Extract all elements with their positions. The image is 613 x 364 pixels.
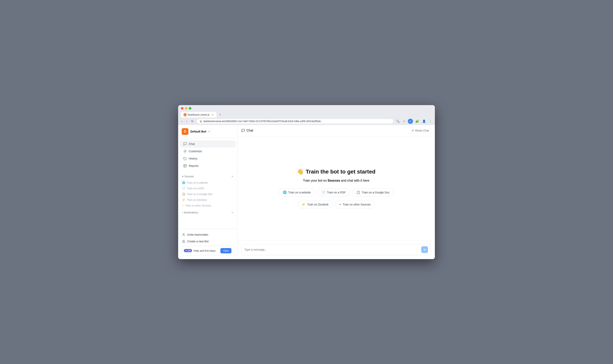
train-pdf-button[interactable]: 📄 Train on a PDF [317,188,350,196]
sidebar-source-other[interactable]: + Train on other Sources [180,203,235,208]
sidebar-source-google-doc[interactable]: 📋 Train on a Google Doc [180,191,235,197]
chat-body: 👋 Train the bot to get started Train you… [237,136,435,241]
address-bar[interactable]: 🔒 dashboard.eesel.ai/v2/bfe2fd39-11a7-4d… [196,119,394,124]
bookmark-button[interactable]: ☆ [402,119,406,124]
svg-rect-5 [182,241,185,243]
customize-icon [183,149,187,153]
help-badge: ✦ 1/4 [184,249,192,252]
destinations-section: › Destinations + [178,209,237,216]
sidebar-nav: Chat Customize History [178,138,237,171]
train-google-doc-button[interactable]: 📋 Train on a Google Doc [352,188,394,196]
bot-name: Default Bot [190,130,206,133]
app-container: D Default Bot ▾ Chat [178,125,435,259]
create-bot-item[interactable]: Create a new Bot [180,238,236,245]
sidebar-source-pdf[interactable]: 📄 Train on a PDF [180,185,235,191]
destinations-add-icon[interactable]: + [231,211,233,214]
sidebar-header: D Default Bot ▾ [178,125,237,138]
welcome-subtitle: Train your bot on Sources and chat with … [303,179,369,182]
svg-point-0 [185,151,186,152]
help-text: Help and first steps [194,249,219,252]
tab-close-button[interactable]: ✕ [211,113,214,116]
other-source-icon: + [182,204,184,207]
help-bar: ✦ 1/4 Help and first steps View [181,246,234,256]
sources-header[interactable]: ▾ Sources + [180,173,235,180]
destinations-title: › Destinations [182,211,198,214]
website-train-icon: 🌐 [283,191,287,194]
welcome-title: 👋 Train the bot to get started [297,169,376,175]
send-icon: ➤ [423,248,426,251]
svg-point-6 [183,240,184,241]
address-bar-row: ‹ › ↻ 🔒 dashboard.eesel.ai/v2/bfe2fd39-1… [178,117,435,125]
bot-icon [182,240,185,243]
chat-header-icon [241,129,245,132]
train-buttons-row-2: ⚡ Train on Zendesk + Train on other Sour… [297,200,375,208]
history-icon [183,157,187,160]
reset-chat-button[interactable]: ↺ Reset Chat [410,128,431,133]
main-content: Chat ↺ Reset Chat 👋 Train the bot to get… [237,125,435,259]
help-view-button[interactable]: View [220,248,231,253]
sidebar-source-zendesk[interactable]: ⚡ Train on Zendesk [180,197,235,203]
back-button[interactable]: ‹ [180,119,183,124]
sidebar-customize-label: Customize [189,150,202,153]
sources-section: ▾ Sources + 🌐 Train on a website 📄 Train… [178,173,237,208]
traffic-light-red[interactable] [181,107,183,110]
zendesk-train-icon: ⚡ [302,203,306,206]
traffic-light-yellow[interactable] [185,107,187,110]
pdf-train-icon: 📄 [321,191,325,194]
other-sources-train-icon: + [339,203,341,206]
chat-input[interactable] [244,248,419,251]
chat-icon [183,142,187,146]
sources-add-icon[interactable]: + [231,175,233,178]
welcome-emoji: 👋 [297,169,304,175]
svg-point-4 [183,234,184,234]
sidebar-item-customize[interactable]: Customize [180,148,236,155]
sidebar-source-website[interactable]: 🌐 Train on a website [180,180,235,185]
invite-teammates-item[interactable]: Invite teammates [180,231,236,238]
send-button[interactable]: ➤ [421,246,428,253]
sidebar-item-chat[interactable]: Chat [180,140,236,147]
extensions-button[interactable]: 🧩 [415,119,420,124]
reload-button[interactable]: ↻ [190,119,195,124]
sidebar-item-reports[interactable]: Reports [180,162,236,169]
sidebar: D Default Bot ▾ Chat [178,125,237,259]
train-buttons-row-1: 🌐 Train on a website 📄 Train on a PDF 📋 … [279,188,394,196]
chat-title: Chat [241,129,253,132]
zendesk-source-icon: ⚡ [182,198,185,201]
tab-favicon: e [184,113,186,116]
destinations-header[interactable]: › Destinations + [180,209,235,216]
bot-avatar: D [182,128,188,135]
google-doc-source-icon: 📋 [182,193,185,195]
zoom-button[interactable]: 🔍 [395,119,401,124]
tab-title: Dashboard | eesel.ai [188,113,210,116]
sidebar-history-label: History [189,157,197,160]
train-zendesk-button[interactable]: ⚡ Train on Zendesk [297,200,333,208]
traffic-light-green[interactable] [189,107,191,110]
sidebar-item-history[interactable]: History [180,155,236,162]
url-display: dashboard.eesel.ai/v2/bfe2fd39-11a7-4d47… [203,120,391,123]
chat-header: Chat ↺ Reset Chat [237,125,435,136]
sources-title: ▾ Sources [182,175,194,178]
profile-icon[interactable]: e [408,119,413,124]
new-tab-button[interactable]: + [217,112,223,117]
chat-input-area: ➤ [237,241,435,259]
sources-chevron-icon: ▾ [182,175,183,178]
profile-button[interactable]: 👤 [421,119,427,124]
sidebar-chat-label: Chat [189,142,195,145]
menu-button[interactable]: ⋮ [428,119,433,124]
train-other-sources-button[interactable]: + Train on other Sources [335,200,375,208]
chat-input-wrapper: ➤ [241,244,431,255]
bot-dropdown-icon[interactable]: ▾ [209,130,210,133]
google-doc-train-icon: 📋 [356,191,360,194]
train-website-button[interactable]: 🌐 Train on a website [279,188,315,196]
svg-rect-1 [184,164,186,167]
browser-tab[interactable]: e Dashboard | eesel.ai ✕ [181,112,216,117]
sidebar-footer: Invite teammates Create a new Bot ✦ 1/4 [178,229,237,259]
person-icon [182,233,185,236]
lock-icon: 🔒 [199,120,202,122]
pdf-source-icon: 📄 [182,187,185,190]
forward-button[interactable]: › [185,119,188,124]
destinations-chevron-icon: › [182,211,183,214]
website-source-icon: 🌐 [182,181,185,184]
reset-icon: ↺ [412,129,414,132]
sidebar-reports-label: Reports [189,164,198,168]
